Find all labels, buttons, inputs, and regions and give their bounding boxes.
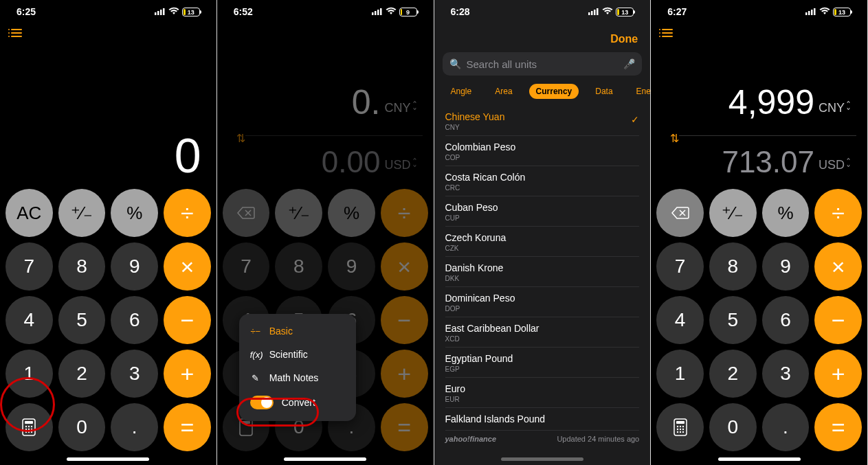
four-button[interactable]: 4 bbox=[656, 296, 704, 344]
percent-button[interactable]: % bbox=[111, 189, 158, 237]
minus-button[interactable]: − bbox=[814, 296, 862, 344]
history-icon[interactable] bbox=[11, 29, 22, 37]
six-button[interactable]: 6 bbox=[762, 296, 810, 344]
convert-toggle[interactable] bbox=[250, 396, 274, 409]
decimal-button[interactable]: . bbox=[762, 403, 810, 451]
history-icon[interactable] bbox=[662, 29, 673, 37]
svg-rect-21 bbox=[588, 12, 590, 15]
done-button[interactable]: Done bbox=[610, 33, 638, 45]
mic-icon[interactable]: 🎤 bbox=[623, 58, 635, 69]
decimal-button[interactable]: . bbox=[111, 403, 158, 451]
popup-scientific[interactable]: f(x)Scientific bbox=[239, 343, 356, 366]
delete-button[interactable] bbox=[223, 189, 270, 237]
unit-row[interactable]: Dominican PesoDOP bbox=[445, 287, 640, 317]
eight-button[interactable]: 8 bbox=[58, 242, 106, 291]
seven-button[interactable]: 7 bbox=[5, 242, 53, 291]
primary-currency-picker[interactable]: CNY ˄˅ bbox=[819, 101, 851, 122]
popup-basic[interactable]: ÷−Basic bbox=[239, 319, 356, 343]
plus-button[interactable]: + bbox=[164, 350, 211, 398]
search-input[interactable]: 🔍 Search all units 🎤 bbox=[443, 52, 643, 76]
popup-mathnotes[interactable]: ✎Math Notes bbox=[239, 366, 356, 389]
secondary-currency-picker[interactable]: USD ˄˅ bbox=[819, 158, 851, 179]
three-button[interactable]: 3 bbox=[111, 350, 158, 398]
svg-point-34 bbox=[676, 429, 678, 430]
home-indicator[interactable] bbox=[284, 457, 366, 461]
seven-button[interactable]: 7 bbox=[223, 242, 270, 291]
unit-row[interactable]: EuroEUR bbox=[445, 378, 640, 408]
svg-point-10 bbox=[28, 429, 30, 430]
mode-button[interactable] bbox=[5, 403, 53, 451]
category-tab-area[interactable]: Area bbox=[488, 84, 519, 99]
svg-rect-1 bbox=[157, 11, 159, 15]
category-tab-angle[interactable]: Angle bbox=[444, 84, 479, 99]
divide-button[interactable]: ÷ bbox=[164, 189, 211, 237]
home-indicator[interactable] bbox=[501, 457, 583, 461]
percent-button[interactable]: % bbox=[328, 189, 375, 237]
five-button[interactable]: 5 bbox=[58, 296, 106, 344]
three-button[interactable]: 3 bbox=[762, 350, 810, 398]
unit-row[interactable]: Cuban PesoCUP bbox=[445, 196, 640, 227]
home-indicator[interactable] bbox=[67, 457, 149, 461]
equals-button[interactable]: = bbox=[164, 403, 211, 451]
unit-row[interactable]: Egyptian PoundEGP bbox=[445, 348, 640, 378]
secondary-currency-picker[interactable]: USD ˄˅ bbox=[384, 158, 416, 179]
divide-button[interactable]: ÷ bbox=[381, 189, 428, 237]
unit-row[interactable]: Chinese YuanCNY✓ bbox=[445, 106, 640, 136]
swap-icon[interactable]: ⇅ bbox=[228, 126, 245, 145]
zero-button[interactable]: 0 bbox=[709, 403, 757, 451]
check-icon: ✓ bbox=[631, 111, 639, 125]
delete-button[interactable] bbox=[656, 189, 704, 237]
equals-button[interactable]: = bbox=[814, 403, 862, 451]
swap-icon[interactable]: ⇅ bbox=[662, 126, 679, 145]
popup-convert[interactable]: Convert bbox=[239, 389, 356, 416]
svg-point-12 bbox=[25, 431, 27, 433]
nine-button[interactable]: 9 bbox=[762, 242, 810, 291]
minus-button[interactable]: − bbox=[381, 296, 428, 344]
equals-button[interactable]: = bbox=[381, 403, 428, 451]
svg-rect-0 bbox=[155, 12, 157, 15]
two-button[interactable]: 2 bbox=[709, 350, 757, 398]
category-tab-energy[interactable]: Energy bbox=[630, 84, 651, 99]
unit-code: CRC bbox=[445, 184, 526, 192]
nine-button[interactable]: 9 bbox=[111, 242, 158, 291]
plus-minus-button[interactable]: ⁺∕₋ bbox=[275, 189, 322, 237]
mode-button[interactable] bbox=[656, 403, 704, 451]
two-button[interactable]: 2 bbox=[58, 350, 106, 398]
unit-row[interactable]: Falkland Islands Pound bbox=[445, 408, 640, 431]
unit-row[interactable]: Costa Rican ColónCRC bbox=[445, 166, 640, 196]
unit-row[interactable]: Danish KroneDKK bbox=[445, 257, 640, 287]
plus-button[interactable]: + bbox=[381, 350, 428, 398]
unit-row[interactable]: Czech KorunaCZK bbox=[445, 227, 640, 257]
category-tab-currency[interactable]: Currency bbox=[529, 84, 579, 99]
svg-rect-3 bbox=[163, 8, 165, 15]
clear-button[interactable]: AC bbox=[5, 189, 53, 237]
primary-currency-picker[interactable]: CNY ˄˅ bbox=[384, 101, 416, 122]
five-button[interactable]: 5 bbox=[709, 296, 757, 344]
one-button[interactable]: 1 bbox=[5, 350, 53, 398]
one-button[interactable]: 1 bbox=[656, 350, 704, 398]
multiply-button[interactable]: × bbox=[381, 242, 428, 291]
multiply-button[interactable]: × bbox=[814, 242, 862, 291]
multiply-button[interactable]: × bbox=[164, 242, 211, 291]
seven-button[interactable]: 7 bbox=[656, 242, 704, 291]
minus-button[interactable]: − bbox=[164, 296, 211, 344]
category-tab-data[interactable]: Data bbox=[588, 84, 619, 99]
eight-button[interactable]: 8 bbox=[709, 242, 757, 291]
eight-button[interactable]: 8 bbox=[275, 242, 322, 291]
divide-button[interactable]: ÷ bbox=[814, 189, 862, 237]
zero-button[interactable]: 0 bbox=[58, 403, 106, 451]
plus-button[interactable]: + bbox=[814, 350, 862, 398]
nine-button[interactable]: 9 bbox=[328, 242, 375, 291]
percent-button[interactable]: % bbox=[762, 189, 810, 237]
home-indicator[interactable] bbox=[718, 457, 801, 461]
unit-row[interactable]: Colombian PesoCOP bbox=[445, 136, 640, 166]
four-button[interactable]: 4 bbox=[5, 296, 53, 344]
unit-name: Falkland Islands Pound bbox=[445, 413, 546, 424]
six-button[interactable]: 6 bbox=[111, 296, 158, 344]
svg-rect-24 bbox=[597, 8, 599, 15]
svg-rect-30 bbox=[676, 421, 685, 424]
plus-minus-button[interactable]: ⁺∕₋ bbox=[709, 189, 757, 237]
unit-row[interactable]: East Caribbean DollarXCD bbox=[445, 317, 640, 348]
plus-minus-button[interactable]: ⁺∕₋ bbox=[58, 189, 106, 237]
svg-point-31 bbox=[676, 426, 678, 427]
